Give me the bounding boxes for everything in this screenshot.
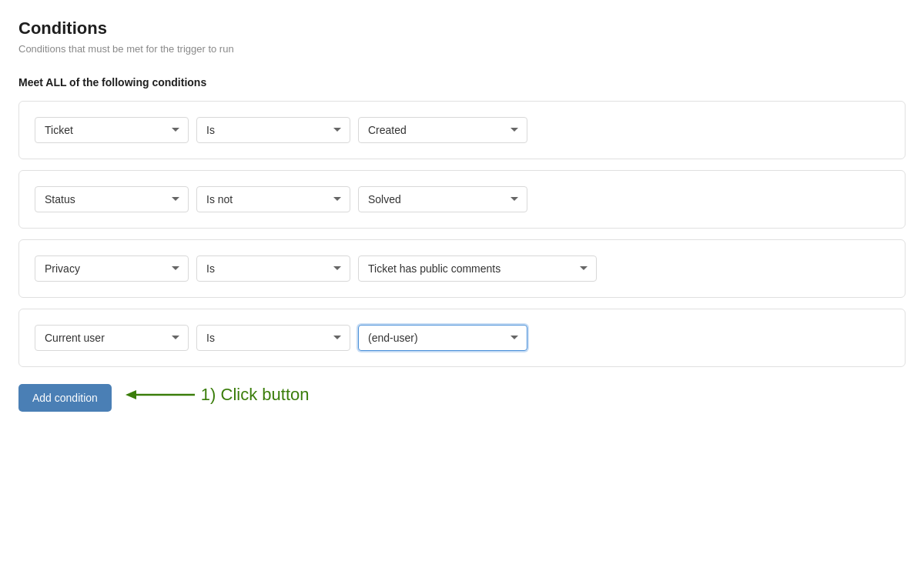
condition-2-operator[interactable]: Is Is not xyxy=(196,186,350,212)
condition-2-value[interactable]: New Open Pending Solved Closed xyxy=(358,186,527,212)
condition-1-value[interactable]: Created Updated Solved Closed xyxy=(358,117,527,143)
condition-3-value[interactable]: Ticket has public comments Ticket is pri… xyxy=(358,255,597,282)
condition-4-operator[interactable]: Is Is not xyxy=(196,325,350,351)
arrow-left-icon-1 xyxy=(126,387,195,402)
section-label: Meet ALL of the following conditions xyxy=(18,76,906,88)
condition-row-4: Ticket Status Current user Priority Is I… xyxy=(18,309,906,367)
condition-3-operator[interactable]: Is Is not xyxy=(196,255,350,282)
svg-marker-3 xyxy=(126,390,136,399)
page-title: Conditions xyxy=(18,18,906,38)
annotation-1-text: 1) Click button xyxy=(201,385,310,405)
condition-row-2: Ticket Status Priority Type Is Is not Ne… xyxy=(18,170,906,229)
add-condition-button[interactable]: Add condition xyxy=(18,384,112,412)
condition-row-3: Ticket Status Privacy Priority Is Is not… xyxy=(18,239,906,298)
condition-1-operator[interactable]: Is Is not xyxy=(196,117,350,143)
condition-1-field[interactable]: Ticket Status Priority Type xyxy=(35,117,189,143)
bottom-area: Add condition 1) Click button xyxy=(18,378,906,412)
condition-2-field[interactable]: Ticket Status Priority Type xyxy=(35,186,189,212)
condition-4-value[interactable]: (end-user) (agent) (admin) xyxy=(358,325,527,351)
page-subtitle: Conditions that must be met for the trig… xyxy=(18,43,906,55)
condition-4-field[interactable]: Ticket Status Current user Priority xyxy=(35,325,189,351)
annotation-1-arrow: 1) Click button xyxy=(126,385,310,405)
condition-3-field[interactable]: Ticket Status Privacy Priority xyxy=(35,255,189,282)
condition-row-1: Ticket Status Priority Type Is Is not Cr… xyxy=(18,101,906,159)
